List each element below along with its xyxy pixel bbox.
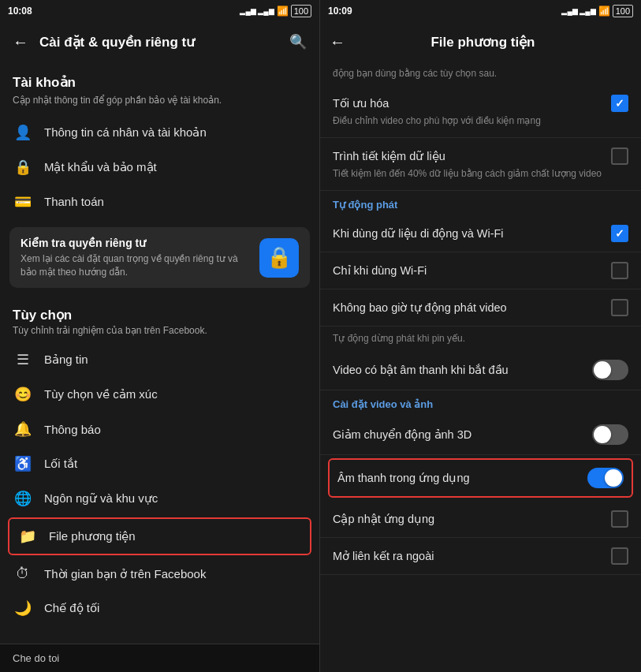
setting-never-autoplay-label: Không bao giờ tự động phát video [333,301,611,314]
menu-item-notification-label: Thông báo [44,423,101,436]
setting-video-sound-toggle[interactable] [592,360,628,380]
right-status-bar: 10:09 ▂▄▆ ▂▄▆ 📶 100 [320,0,641,22]
menu-item-file-label: File phương tiện [49,529,136,543]
left-bottom-bar: Che do toi [0,644,319,672]
section-tudongphat: Tự động phát [320,191,641,215]
shortcut-icon: ♿ [13,455,33,472]
options-section-title: Tùy chọn [0,296,319,325]
setting-app-sound: Âm thanh trong ứng dụng [328,458,633,498]
setting-open-link: Mở liên kết ra ngoài [320,538,641,575]
privacy-card[interactable]: Kiểm tra quyền riêng tư Xem lại các cài … [9,227,310,289]
time-icon: ⏱ [13,566,33,582]
setting-never-autoplay-checkbox[interactable] [611,299,628,316]
privacy-card-title: Kiểm tra quyền riêng tư [20,237,250,249]
right-top-desc: động bạn dùng bằng các tùy chọn sau. [320,62,641,85]
right-status-icons: ▂▄▆ ▂▄▆ 📶 100 [561,5,633,17]
setting-video-sound: Video có bật âm thanh khi bắt đầu [320,350,641,390]
menu-item-emotion-label: Tùy chọn về cảm xúc [44,387,158,401]
setting-toiuuhoa: Tối ưu hóa Điều chỉnh video cho phù hợp … [320,85,641,138]
menu-item-shortcut[interactable]: ♿ Lối tắt [0,446,319,481]
setting-wifi-only: Chỉ khi dùng Wi-Fi [320,252,641,289]
setting-mobile-wifi: Khi dùng dữ liệu di động và Wi-Fi [320,215,641,252]
left-wifi-icon: 📶 [277,6,289,17]
left-status-bar: 10:08 ▂▄▆ ▂▄▆ 📶 100 [0,0,319,22]
globe-icon: 🌐 [13,490,33,507]
menu-item-time[interactable]: ⏱ Thời gian bạn ở trên Facebook [0,557,319,591]
bottom-label: Che do toi [13,652,59,664]
left-time: 10:08 [8,6,32,17]
setting-tietkiem-label: Trình tiết kiệm dữ liệu [333,150,611,162]
section-video-anh: Cài đặt video và ảnh [320,390,641,415]
menu-item-file[interactable]: 📁 File phương tiện [8,517,311,555]
setting-app-sound-label: Âm thanh trong ứng dụng [337,472,587,484]
right-panel: 10:09 ▂▄▆ ▂▄▆ 📶 100 ← File phương tiện đ… [320,0,641,672]
setting-video-sound-label: Video có bật âm thanh khi bắt đầu [333,364,592,376]
menu-item-darkmode-label: Chế độ tối [44,601,99,615]
bell-icon: 🔔 [13,420,33,438]
setting-tietkiem: Trình tiết kiệm dữ liệu Tiết kiệm lên đế… [320,138,641,191]
left-panel: 10:08 ▂▄▆ ▂▄▆ 📶 100 ← Cài đặt & quyền ri… [0,0,320,672]
menu-item-notification[interactable]: 🔔 Thông báo [0,412,319,446]
menu-item-language[interactable]: 🌐 Ngôn ngữ và khu vực [0,481,319,516]
left-scroll-area: Tài khoản Cập nhật thông tin để góp phần… [0,62,319,644]
setting-tietkiem-desc: Tiết kiệm lên đến 40% dữ liệu bằng cách … [333,167,628,181]
left-battery-icon: 100 [291,5,311,17]
setting-mobile-wifi-label: Khi dùng dữ liệu di động và Wi-Fi [333,227,611,240]
setting-mobile-wifi-checkbox[interactable] [611,225,628,242]
menu-item-time-label: Thời gian bạn ở trên Facebook [44,567,206,581]
left-search-button[interactable]: 🔍 [286,30,310,54]
options-section-subtitle: Tùy chỉnh trải nghiệm của bạn trên Faceb… [0,325,319,342]
setting-toiuuhoa-checkbox[interactable] [611,95,628,112]
setting-reduce-motion-label: Giảm chuyển động ảnh 3D [333,428,592,441]
menu-item-bangtin-label: Bảng tin [44,353,88,367]
menu-item-password-label: Mật khẩu và bảo mật [44,160,157,174]
setting-wifi-only-label: Chỉ khi dùng Wi-Fi [333,264,611,277]
feed-icon: ☰ [13,351,33,368]
right-signal-icon: ▂▄▆ ▂▄▆ [561,7,595,15]
account-section-title: Tài khoản [0,62,319,94]
right-time: 10:09 [328,6,352,17]
setting-toiuuhoa-desc: Điều chỉnh video cho phù hợp với điều ki… [333,114,628,128]
setting-app-sound-toggle[interactable] [587,468,624,488]
menu-item-payment[interactable]: 💳 Thanh toán [0,185,319,219]
left-header: ← Cài đặt & quyền riêng tư 🔍 [0,22,319,62]
setting-update-app: Cập nhật ứng dụng [320,501,641,538]
setting-tietkiem-checkbox[interactable] [611,147,628,165]
menu-item-personal[interactable]: 👤 Thông tin cá nhân và tài khoản [0,115,319,150]
left-status-icons: ▂▄▆ ▂▄▆ 📶 100 [240,5,311,17]
setting-auto-stop-text: Tự động dừng phát khi pin yếu. [320,327,641,350]
right-battery-icon: 100 [613,5,633,17]
setting-reduce-motion: Giảm chuyển động ảnh 3D [320,415,641,455]
setting-open-link-checkbox[interactable] [611,547,628,565]
setting-wifi-only-checkbox[interactable] [611,262,628,279]
account-section-subtitle: Cập nhật thông tin để góp phần bảo vệ tà… [0,94,319,115]
privacy-card-icon: 🔒 [259,238,299,278]
menu-item-darkmode[interactable]: 🌙 Chế độ tối [0,591,319,625]
menu-item-bangtin[interactable]: ☰ Bảng tin [0,342,319,377]
setting-update-app-label: Cập nhật ứng dụng [333,513,611,525]
menu-item-payment-label: Thanh toán [44,195,104,208]
menu-item-emotion[interactable]: 😊 Tùy chọn về cảm xúc [0,377,319,412]
right-header: ← File phương tiện [320,22,641,62]
right-wifi-icon: 📶 [598,6,610,17]
left-back-button[interactable]: ← [9,30,32,54]
menu-item-shortcut-label: Lối tắt [44,457,77,471]
right-back-button[interactable]: ← [330,33,345,51]
setting-open-link-label: Mở liên kết ra ngoài [333,550,611,562]
setting-never-autoplay: Không bao giờ tự động phát video [320,289,641,327]
person-icon: 👤 [13,124,33,141]
payment-icon: 💳 [13,193,33,211]
privacy-card-desc: Xem lại các cài đặt quan trọng về quyền … [20,252,250,279]
menu-item-language-label: Ngôn ngữ và khu vực [44,491,158,506]
menu-item-password[interactable]: 🔒 Mật khẩu và bảo mật [0,150,319,185]
setting-reduce-motion-toggle[interactable] [592,424,628,445]
left-signal-icon: ▂▄▆ ▂▄▆ [240,7,274,15]
file-icon: 📁 [17,528,38,545]
privacy-card-text: Kiểm tra quyền riêng tư Xem lại các cài … [20,237,250,279]
right-scroll-area: động bạn dùng bằng các tùy chọn sau. Tối… [320,62,641,672]
moon-icon: 🌙 [13,599,33,617]
left-header-title: Cài đặt & quyền riêng tư [39,34,278,50]
setting-update-app-checkbox[interactable] [611,510,628,528]
menu-item-personal-label: Thông tin cá nhân và tài khoản [44,125,207,140]
lock-icon: 🔒 [13,159,33,176]
